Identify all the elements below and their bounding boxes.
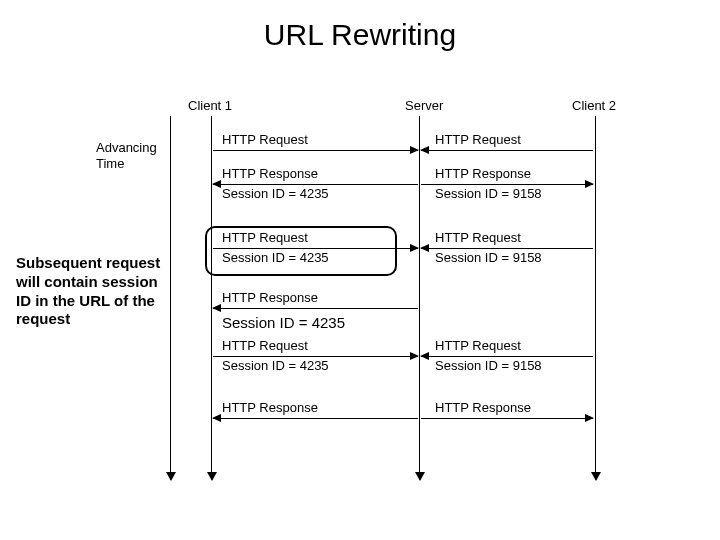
time-axis-label-1: Advancing <box>96 140 157 155</box>
msg-c1-resp2-arrow <box>213 308 418 309</box>
msg-c1-req3-arrow <box>213 356 418 357</box>
msg-c1-resp1-label: HTTP Response <box>222 166 318 181</box>
actor-server-label: Server <box>405 98 443 113</box>
page-title: URL Rewriting <box>0 18 720 52</box>
msg-c2-req1-arrow <box>421 150 593 151</box>
actor-client2-label: Client 2 <box>572 98 616 113</box>
msg-c1-req2-sid: Session ID = 4235 <box>222 250 329 265</box>
msg-c2-req3-label: HTTP Request <box>435 338 521 353</box>
annotation-caption: Subsequent request will contain session … <box>16 254 166 329</box>
msg-c1-resp2-sid-big: Session ID = 4235 <box>222 314 345 331</box>
lifeline-client2 <box>595 116 596 480</box>
msg-c2-req3-sid: Session ID = 9158 <box>435 358 542 373</box>
msg-c1-req2-label: HTTP Request <box>222 230 308 245</box>
time-axis-lifeline <box>170 116 171 480</box>
msg-c1-req2-arrow <box>213 248 418 249</box>
lifeline-client1 <box>211 116 212 480</box>
msg-c2-req3-arrow <box>421 356 593 357</box>
msg-c2-resp3-arrow <box>421 418 593 419</box>
msg-c1-resp1-arrow <box>213 184 418 185</box>
msg-c1-req3-sid: Session ID = 4235 <box>222 358 329 373</box>
msg-c1-resp3-arrow <box>213 418 418 419</box>
msg-c1-req1-label: HTTP Request <box>222 132 308 147</box>
msg-c2-resp1-label: HTTP Response <box>435 166 531 181</box>
msg-c1-req1-arrow <box>213 150 418 151</box>
msg-c1-resp3-label: HTTP Response <box>222 400 318 415</box>
msg-c2-req1-label: HTTP Request <box>435 132 521 147</box>
msg-c2-req2-label: HTTP Request <box>435 230 521 245</box>
msg-c1-req3-label: HTTP Request <box>222 338 308 353</box>
msg-c1-resp2-label: HTTP Response <box>222 290 318 305</box>
actor-client1-label: Client 1 <box>188 98 232 113</box>
msg-c1-resp1-sid: Session ID = 4235 <box>222 186 329 201</box>
time-axis-label-2: Time <box>96 156 124 171</box>
msg-c2-resp1-arrow <box>421 184 593 185</box>
lifeline-server <box>419 116 420 480</box>
msg-c2-resp3-label: HTTP Response <box>435 400 531 415</box>
msg-c2-req2-arrow <box>421 248 593 249</box>
msg-c2-req2-sid: Session ID = 9158 <box>435 250 542 265</box>
msg-c2-resp1-sid: Session ID = 9158 <box>435 186 542 201</box>
diagram-stage: URL Rewriting Client 1 Server Client 2 A… <box>0 0 720 540</box>
